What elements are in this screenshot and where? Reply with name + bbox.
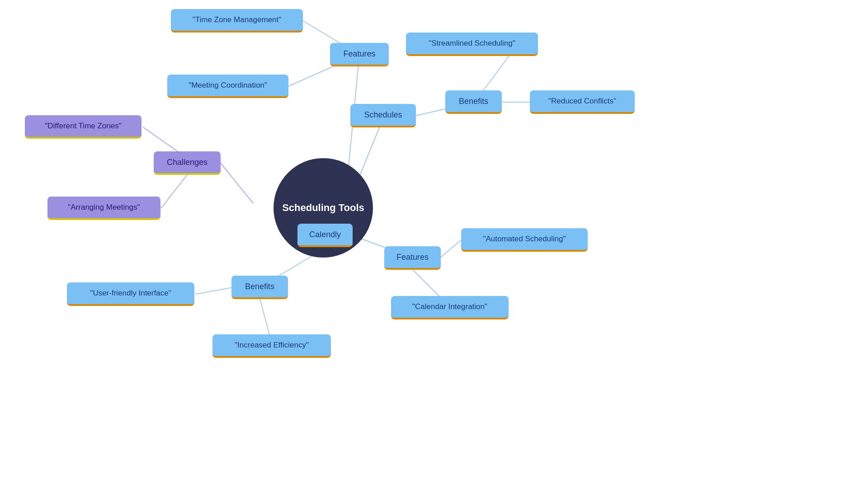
- svg-line-7: [221, 163, 253, 203]
- label-time-zone: "Time Zone Management": [193, 15, 282, 24]
- node-meeting-coord[interactable]: "Meeting Coordination": [167, 75, 288, 98]
- label-reduced: "Reduced Conflicts": [548, 97, 616, 106]
- node-diff-zones[interactable]: "Different Time Zones": [25, 115, 142, 139]
- svg-line-15: [195, 287, 233, 294]
- node-time-zone[interactable]: "Time Zone Management": [171, 9, 303, 33]
- label-cal-int: "Calendar Integration": [412, 302, 487, 311]
- node-automated[interactable]: "Automated Scheduling": [461, 228, 588, 252]
- node-cal-int[interactable]: "Calendar Integration": [391, 296, 509, 319]
- node-arranging[interactable]: "Arranging Meetings": [47, 197, 160, 220]
- node-features-bot[interactable]: Features: [384, 246, 441, 270]
- label-schedules: Schedules: [364, 110, 402, 120]
- mind-map-svg: [0, 0, 868, 488]
- node-streamlined[interactable]: "Streamlined Scheduling": [406, 33, 538, 56]
- label-diff-zones: "Different Time Zones": [45, 122, 122, 131]
- label-streamlined: "Streamlined Scheduling": [429, 39, 515, 48]
- label-benefits-bot: Benefits: [245, 282, 274, 291]
- node-reduced[interactable]: "Reduced Conflicts": [530, 90, 635, 114]
- node-features-top[interactable]: Features: [330, 43, 389, 66]
- label-features-bot: Features: [396, 253, 429, 262]
- label-meeting-coord: "Meeting Coordination": [189, 81, 267, 90]
- node-challenges[interactable]: Challenges: [154, 151, 221, 175]
- center-label: Scheduling Tools: [282, 202, 364, 214]
- node-increased[interactable]: "Increased Efficiency": [212, 334, 331, 358]
- label-features-top: Features: [343, 49, 375, 59]
- label-automated: "Automated Scheduling": [483, 235, 566, 244]
- node-user-friendly[interactable]: "User-friendly Interface": [67, 282, 194, 306]
- svg-line-9: [161, 175, 187, 208]
- label-challenges: Challenges: [167, 158, 208, 167]
- label-calendly: Calendly: [309, 230, 341, 239]
- node-benefits-bot[interactable]: Benefits: [231, 276, 288, 299]
- node-schedules[interactable]: Schedules: [350, 104, 416, 127]
- label-user-friendly: "User-friendly Interface": [90, 289, 171, 298]
- node-calendly[interactable]: Calendly: [297, 224, 353, 247]
- label-arranging: "Arranging Meetings": [68, 203, 140, 212]
- node-benefits-top[interactable]: Benefits: [445, 90, 502, 114]
- svg-line-12: [440, 240, 461, 258]
- label-benefits-top: Benefits: [459, 97, 488, 106]
- label-increased: "Increased Efficiency": [235, 341, 309, 350]
